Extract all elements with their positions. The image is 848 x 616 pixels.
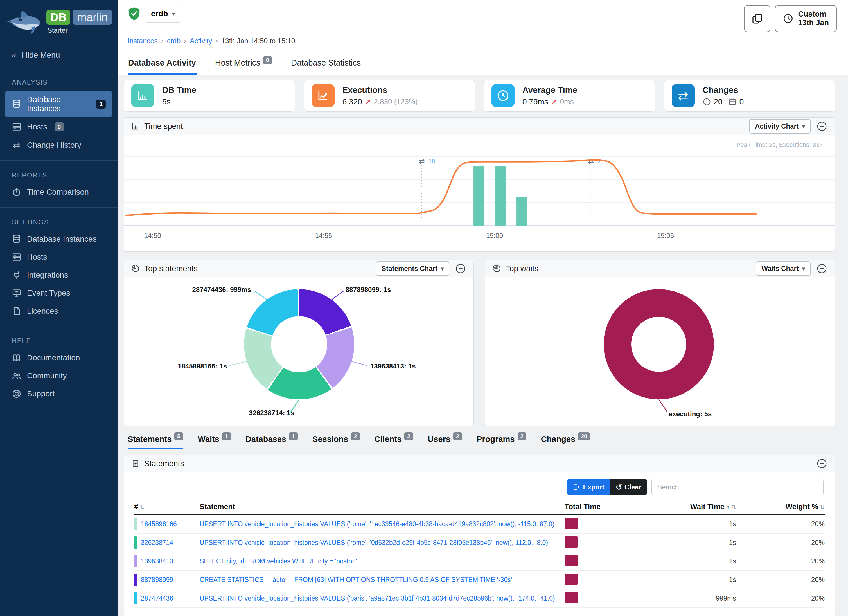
brand-db-badge: DB — [46, 10, 71, 25]
column-header-wait-time[interactable]: Wait Time↑⇅ — [657, 502, 736, 511]
average-time-value: 0.79ms — [522, 97, 548, 106]
column-header-statement[interactable]: Statement — [200, 502, 565, 511]
column-header-id[interactable]: #⇅ — [134, 502, 200, 511]
people-icon — [12, 371, 21, 381]
tab-statements[interactable]: Statements5 — [127, 435, 183, 450]
statements-chart-select[interactable]: Statements Chart ▾ — [376, 261, 449, 276]
activity-chart-select[interactable]: Activity Chart ▾ — [749, 119, 811, 134]
waits-donut[interactable] — [604, 289, 714, 399]
sidebar-item-community[interactable]: Community — [0, 367, 117, 385]
statement-id-link[interactable]: 287474436 — [141, 595, 173, 602]
weight-value: 20% — [736, 520, 825, 528]
shield-check-icon — [127, 7, 141, 21]
sort-icon: ⇅ — [731, 504, 736, 510]
svg-text:14:55: 14:55 — [315, 232, 332, 239]
change-history-icon: ⇄ — [12, 140, 21, 150]
pie-chart-icon — [131, 264, 140, 273]
breadcrumb-separator: › — [161, 37, 164, 45]
table-row: 887898099 CREATE STATISTICS __auto__ FRO… — [134, 571, 825, 589]
collapse-panel-button[interactable] — [816, 121, 827, 132]
statement-id-link[interactable]: 139638413 — [141, 558, 173, 565]
statements-panel: Statements Export ↺ Clear — [124, 454, 835, 616]
svg-text:15:00: 15:00 — [486, 232, 503, 239]
changes-info-count: 20 — [714, 97, 723, 106]
donut-label: 326238714: 1s — [249, 409, 294, 417]
table-row: 326238714 UPSERT INTO vehicle_location_h… — [134, 534, 825, 552]
donut-label: executing: 5s — [669, 410, 712, 418]
sidebar-item-hosts[interactable]: Hosts 0 — [0, 118, 117, 136]
column-header-weight[interactable]: Weight %⇅ — [736, 502, 825, 511]
column-header-total-time[interactable]: Total Time — [565, 502, 657, 511]
total-time-bar — [565, 536, 578, 548]
collapse-panel-button[interactable] — [455, 263, 466, 274]
tab-waits[interactable]: Waits1 — [198, 435, 231, 450]
tab-changes[interactable]: Changes20 — [541, 435, 590, 450]
table-row: 1845898166 UPSERT INTO vehicle_location_… — [134, 515, 825, 534]
sessions-badge: 2 — [351, 432, 360, 441]
instance-selector-button[interactable]: crdb ▾ — [145, 5, 181, 22]
collapse-panel-button[interactable] — [816, 263, 827, 274]
sidebar-item-event-types[interactable]: Event Types — [0, 284, 117, 302]
top-waits-panel: Top waits Waits Chart ▾ — [485, 260, 835, 426]
breadcrumb-crdb[interactable]: crdb — [167, 37, 181, 45]
plug-icon — [12, 270, 21, 280]
statement-link[interactable]: SELECT city, id FROM vehicles WHERE city… — [200, 558, 357, 565]
sidebar-item-documentation[interactable]: Documentation — [0, 349, 117, 367]
tab-users[interactable]: Users2 — [428, 435, 462, 450]
statements-donut[interactable] — [244, 289, 354, 399]
tab-database-activity[interactable]: Database Activity — [127, 51, 197, 75]
search-input[interactable] — [651, 479, 824, 495]
document-list-icon — [131, 459, 140, 468]
panel-title: Time spent — [144, 122, 183, 131]
time-spent-panel: Time spent Activity Chart ▾ ⇄18⇄214:5014… — [124, 117, 835, 252]
server-icon — [12, 252, 21, 262]
brand-marlin-badge: marlin — [73, 10, 112, 25]
tab-clients[interactable]: Clients2 — [375, 435, 413, 450]
statement-link[interactable]: UPSERT INTO vehicle_location_histories V… — [200, 595, 555, 602]
waits-chart-select[interactable]: Waits Chart ▾ — [756, 261, 811, 276]
hide-menu-button[interactable]: « Hide Menu — [0, 43, 117, 67]
server-icon — [12, 122, 21, 132]
export-button[interactable]: Export — [567, 479, 610, 495]
sidebar-item-settings-database-instances[interactable]: Database Instances — [0, 230, 117, 248]
sidebar-item-change-history[interactable]: ⇄ Change History — [0, 136, 117, 154]
sidebar-item-database-instances[interactable]: Database Instances 1 — [5, 91, 113, 117]
statement-id-link[interactable]: 887898099 — [141, 576, 173, 584]
sidebar-item-time-comparison[interactable]: Time Comparison — [0, 183, 117, 201]
tab-database-statistics[interactable]: Database Statistics — [291, 51, 361, 75]
statement-id-link[interactable]: 1845898166 — [141, 520, 177, 528]
time-range-button[interactable]: Custom 13th Jan — [775, 5, 837, 32]
stopwatch-icon — [12, 187, 21, 197]
panel-title: Top statements — [144, 264, 198, 273]
svg-text:14:50: 14:50 — [144, 232, 161, 239]
bar-chart-icon — [131, 122, 140, 131]
donut-label: 1845898166: 1s — [178, 362, 227, 370]
tab-sessions[interactable]: Sessions2 — [312, 435, 360, 450]
svg-text:15:05: 15:05 — [657, 232, 674, 239]
breadcrumb-instances[interactable]: Instances — [127, 37, 158, 45]
time-spent-chart[interactable]: ⇄18⇄214:5014:5515:0015:05 Peak Time: 2s,… — [124, 135, 835, 251]
chevrons-left-icon: « — [11, 50, 16, 60]
tab-host-metrics[interactable]: Host Metrics 0 — [215, 51, 273, 75]
sidebar-item-settings-hosts[interactable]: Hosts — [0, 248, 117, 266]
tab-programs[interactable]: Programs2 — [477, 435, 526, 450]
table-row: 287474436 UPSERT INTO vehicle_location_h… — [134, 589, 825, 608]
statement-id-link[interactable]: 326238714 — [141, 539, 173, 546]
breadcrumb-activity[interactable]: Activity — [190, 37, 212, 45]
statement-link[interactable]: CREATE STATISTICS __auto__ FROM [63] WIT… — [200, 576, 512, 583]
minus-circle-icon — [816, 263, 827, 274]
changes-calendar-count: 0 — [740, 97, 744, 106]
statement-link[interactable]: UPSERT INTO vehicle_location_histories V… — [200, 539, 548, 546]
tab-databases[interactable]: Databases1 — [245, 435, 298, 450]
collapse-panel-button[interactable] — [816, 458, 827, 469]
export-icon — [573, 484, 580, 491]
sidebar-item-licences[interactable]: Licences — [0, 302, 117, 320]
waits-donut-chart: executing: 5s — [485, 278, 835, 426]
wait-time-value: 1s — [657, 576, 736, 584]
databases-badge: 1 — [289, 432, 298, 441]
copy-link-button[interactable] — [744, 5, 770, 32]
statement-link[interactable]: UPSERT INTO vehicle_location_histories V… — [200, 520, 554, 528]
sidebar-item-integrations[interactable]: Integrations — [0, 266, 117, 284]
clear-button[interactable]: ↺ Clear — [610, 479, 647, 495]
sidebar-item-support[interactable]: Support — [0, 385, 117, 403]
